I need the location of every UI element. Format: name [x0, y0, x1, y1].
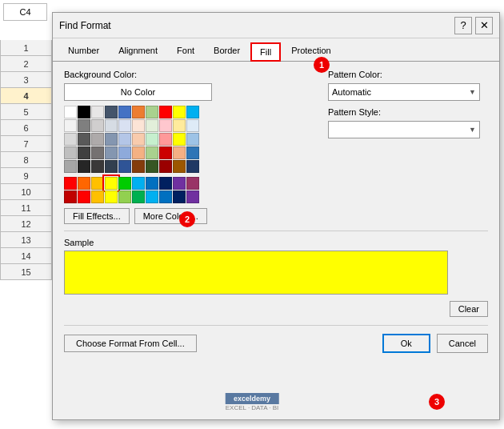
color-cell[interactable] [78, 190, 90, 203]
color-cell[interactable] [132, 119, 145, 132]
color-cell[interactable] [159, 106, 172, 118]
color-cell[interactable] [173, 119, 186, 132]
color-cell[interactable] [159, 119, 172, 132]
color-cell[interactable] [91, 190, 104, 203]
tab-font[interactable]: Font [168, 42, 203, 61]
tab-number[interactable]: Number [59, 42, 108, 61]
dialog-title: Find Format [59, 20, 111, 31]
color-cell[interactable] [91, 106, 104, 118]
color-cell[interactable] [118, 160, 131, 173]
color-cell[interactable] [186, 146, 199, 159]
color-cell[interactable] [118, 133, 131, 146]
color-cell[interactable] [78, 160, 90, 173]
sample-section: Sample [64, 231, 488, 295]
color-cell[interactable] [91, 160, 104, 173]
help-button[interactable]: ? [454, 17, 472, 34]
choose-format-button[interactable]: Choose Format From Cell... [64, 335, 197, 352]
color-cell[interactable] [91, 177, 104, 190]
color-cell[interactable] [186, 133, 199, 146]
color-cell[interactable] [159, 190, 172, 203]
color-cell[interactable] [91, 146, 104, 159]
ok-button[interactable]: Ok [382, 334, 430, 353]
dialog-controls: ? ✕ [454, 17, 493, 34]
color-cell[interactable] [105, 160, 118, 173]
color-cell[interactable] [146, 133, 158, 146]
tab-protection[interactable]: Protection [282, 42, 340, 61]
color-cell[interactable] [78, 119, 90, 132]
color-row-3 [64, 133, 288, 146]
color-cell[interactable] [146, 190, 158, 203]
color-cell[interactable] [132, 160, 145, 173]
color-cell[interactable] [64, 190, 77, 203]
color-cell[interactable] [118, 106, 131, 118]
more-colors-button[interactable]: More Colors... [134, 208, 207, 224]
color-cell[interactable] [105, 146, 118, 159]
color-cell[interactable] [173, 146, 186, 159]
clear-button[interactable]: Clear [450, 301, 488, 317]
tabs-bar: Number Alignment Font Border Fill Protec… [53, 38, 499, 62]
color-cell[interactable] [186, 160, 199, 173]
color-cell[interactable] [78, 146, 90, 159]
color-yellow-selected[interactable] [105, 177, 118, 190]
color-row-5 [64, 160, 288, 173]
color-cell[interactable] [159, 160, 172, 173]
color-cell[interactable] [91, 133, 104, 146]
color-cell[interactable] [105, 106, 118, 118]
cancel-button[interactable]: Cancel [437, 334, 488, 353]
color-cell[interactable] [118, 177, 131, 190]
color-black[interactable] [78, 106, 90, 118]
color-cell[interactable] [64, 177, 77, 190]
color-cell[interactable] [186, 177, 199, 190]
tab-fill[interactable]: Fill [250, 42, 281, 62]
color-cell[interactable] [118, 190, 131, 203]
row-headers: 1 2 3 4 5 6 7 8 9 10 11 12 13 14 15 [0, 40, 52, 280]
color-cell[interactable] [105, 133, 118, 146]
pattern-style-dropdown[interactable]: ▼ [328, 121, 480, 138]
color-cell[interactable] [132, 190, 145, 203]
color-cell[interactable] [173, 106, 186, 118]
color-cell[interactable] [146, 160, 158, 173]
color-cell[interactable] [173, 190, 186, 203]
color-cell[interactable] [146, 177, 158, 190]
color-cell[interactable] [146, 146, 158, 159]
color-cell[interactable] [159, 133, 172, 146]
color-cell[interactable] [105, 119, 118, 132]
color-white[interactable] [64, 106, 77, 118]
color-cell[interactable] [64, 133, 77, 146]
color-cell[interactable] [78, 177, 90, 190]
color-cell[interactable] [146, 106, 158, 118]
color-cell[interactable] [64, 119, 77, 132]
badge-1: 1 [314, 57, 330, 73]
color-cell[interactable] [118, 146, 131, 159]
color-cell[interactable] [173, 160, 186, 173]
color-cell[interactable] [91, 119, 104, 132]
color-cell[interactable] [186, 190, 199, 203]
tab-alignment[interactable]: Alignment [110, 42, 166, 61]
color-cell[interactable] [132, 133, 145, 146]
color-row-4 [64, 146, 288, 159]
badge-2: 2 [179, 211, 195, 227]
color-cell[interactable] [186, 119, 199, 132]
color-cell[interactable] [78, 133, 90, 146]
color-cell[interactable] [159, 146, 172, 159]
dropdown-arrow-icon: ▼ [469, 88, 476, 96]
tab-border[interactable]: Border [205, 42, 249, 61]
close-button[interactable]: ✕ [475, 17, 493, 34]
color-cell[interactable] [64, 160, 77, 173]
row-7: 7 [0, 136, 52, 152]
color-cell[interactable] [132, 177, 145, 190]
color-cell[interactable] [173, 177, 186, 190]
color-cell[interactable] [118, 119, 131, 132]
color-cell[interactable] [132, 146, 145, 159]
no-color-button[interactable]: No Color [64, 83, 212, 101]
pattern-color-dropdown[interactable]: Automatic ▼ [328, 83, 480, 101]
color-cell[interactable] [173, 133, 186, 146]
color-cell[interactable] [186, 106, 199, 118]
color-cell[interactable] [105, 190, 118, 203]
color-cell[interactable] [132, 106, 145, 118]
sample-preview [64, 251, 448, 295]
color-cell[interactable] [64, 146, 77, 159]
color-cell[interactable] [146, 119, 158, 132]
color-cell[interactable] [159, 177, 172, 190]
fill-effects-button[interactable]: Fill Effects... [64, 208, 130, 224]
